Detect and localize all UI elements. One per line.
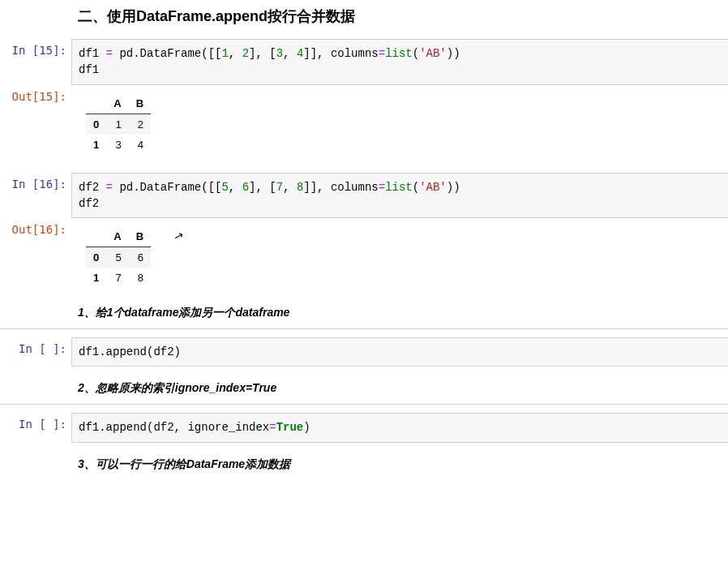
code-token: ]], columns [303, 47, 378, 60]
code-token: list [385, 181, 413, 194]
divider [0, 328, 728, 329]
code-input-16[interactable]: df2 = pd.DataFrame([[5, 6], [7, 8]], col… [71, 173, 728, 219]
output-cell-16: Out[16]: A B 0 5 6 1 [0, 218, 728, 296]
code-cell-15: In [15]: df1 = pd.DataFrame([[1, 2], [3,… [0, 39, 728, 85]
code-token: ], [ [249, 47, 276, 60]
code-token: df2 [79, 197, 99, 210]
subsection-heading-2: 2、忽略原来的索引ignore_index=True [0, 371, 728, 404]
code-token: = [106, 47, 113, 60]
mouse-cursor-icon: ↖ [172, 229, 185, 244]
code-token: pd.DataFrame([[ [113, 47, 221, 60]
row-index: 0 [86, 247, 106, 268]
out-prompt-15: Out[15]: [0, 85, 71, 103]
code-token: = [379, 181, 385, 194]
table-row: 0 1 2 [86, 114, 151, 135]
code-token: 5 [221, 181, 228, 194]
code-token: ]], columns [303, 181, 378, 194]
table-row: 1 3 4 [86, 135, 151, 155]
row-index: 1 [86, 135, 106, 155]
code-input-15[interactable]: df1 = pd.DataFrame([[1, 2], [3, 4]], col… [71, 39, 728, 85]
code-token: ( [413, 181, 419, 194]
in-prompt-empty-1: In [ ]: [0, 337, 71, 355]
code-cell-16: In [16]: df2 = pd.DataFrame([[5, 6], [7,… [0, 173, 728, 219]
table-cell: 8 [129, 268, 151, 288]
output-cell-15: Out[15]: A B 0 1 2 1 [0, 85, 728, 163]
code-token: df1 [79, 47, 106, 60]
out-prompt-16: Out[16]: [0, 218, 71, 236]
code-token: df1.append(df2) [79, 345, 181, 358]
table-cell: 2 [129, 114, 151, 135]
table-row: 0 5 6 [86, 247, 151, 268]
section-heading: 二、使用DataFrame.append按行合并数据 [0, 0, 728, 39]
code-token: 'AB' [419, 47, 447, 60]
table-cell: 5 [106, 247, 128, 268]
code-cell-empty-1: In [ ]: df1.append(df2) [0, 337, 728, 367]
col-header: B [129, 226, 151, 247]
code-token: , [283, 47, 297, 60]
dataframe-table-15: A B 0 1 2 1 3 4 [86, 93, 151, 155]
subsection-heading-3: 3、可以一行一行的给DataFrame添加数据 [0, 448, 728, 480]
code-token: 7 [276, 181, 283, 194]
code-token: = [379, 47, 385, 60]
code-cell-empty-2: In [ ]: df1.append(df2, ignore_index=Tru… [0, 413, 728, 442]
code-token: df1.append(df2, ignore_index [79, 421, 269, 434]
in-prompt-16: In [16]: [0, 173, 71, 191]
code-token: True [276, 421, 304, 434]
code-token: = [106, 181, 113, 194]
code-token: 6 [242, 181, 249, 194]
table-row: 1 7 8 [86, 268, 151, 288]
in-prompt-empty-2: In [ ]: [0, 413, 71, 431]
code-token: 'AB' [419, 181, 447, 194]
table-header-row: A B [86, 93, 151, 114]
table-cell: 1 [106, 114, 128, 135]
code-token: )) [447, 181, 460, 194]
code-token: , [283, 181, 297, 194]
code-token: ) [303, 421, 310, 434]
row-index: 0 [86, 114, 106, 135]
code-token: , [229, 181, 242, 194]
code-token: df1 [79, 63, 99, 76]
table-header-row: A B [86, 226, 151, 247]
code-token: = [269, 421, 276, 434]
code-token: , [229, 47, 242, 60]
subsection-heading-1: 1、给1个dataframe添加另一个dataframe [0, 296, 728, 328]
dataframe-table-16: A B 0 5 6 1 7 8 [86, 226, 151, 288]
code-token: )) [447, 47, 460, 60]
in-prompt-15: In [15]: [0, 39, 71, 57]
table-cell: 6 [129, 247, 151, 268]
code-token: 2 [242, 47, 249, 60]
notebook: 二、使用DataFrame.append按行合并数据 In [15]: df1 … [0, 0, 728, 480]
code-token: df2 [79, 181, 106, 194]
divider [0, 404, 728, 405]
code-token: 1 [221, 47, 228, 60]
code-token: pd.DataFrame([[ [113, 181, 221, 194]
code-token: 3 [276, 47, 283, 60]
code-token: ], [ [249, 181, 276, 194]
col-header: A [106, 226, 128, 247]
row-index: 1 [86, 268, 106, 288]
table-cell: 3 [106, 135, 128, 155]
col-header: A [106, 93, 128, 114]
col-header: B [129, 93, 151, 114]
output-area-16: A B 0 5 6 1 7 8 ↖ [71, 218, 728, 296]
code-input-empty-1[interactable]: df1.append(df2) [71, 337, 728, 367]
table-cell: 4 [129, 135, 151, 155]
output-area-15: A B 0 1 2 1 3 4 [71, 85, 728, 163]
code-token: list [385, 47, 413, 60]
table-cell: 7 [106, 268, 128, 288]
code-token: ( [413, 47, 419, 60]
code-input-empty-2[interactable]: df1.append(df2, ignore_index=True) [71, 413, 728, 442]
